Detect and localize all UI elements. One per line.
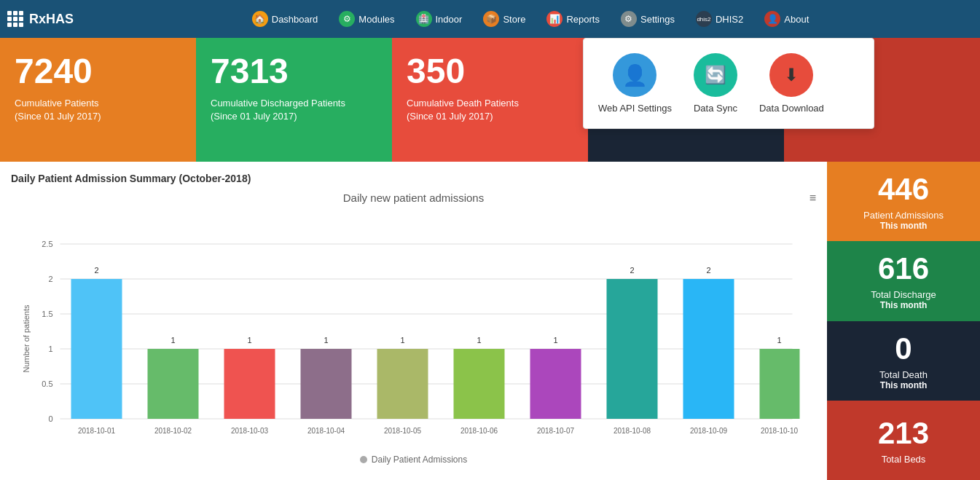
admissions-sub: This month [880,221,928,231]
admissions-value: 446 [878,172,929,207]
bar-1 [71,279,122,419]
web-api-label: Web API Settings [598,103,672,114]
nav-settings[interactable]: ⚙ Settings [612,7,683,31]
svg-text:2018-10-09: 2018-10-09 [690,427,728,435]
nav-indoor-label: Indoor [436,14,463,25]
nav-modules[interactable]: ⚙ Modules [330,7,403,31]
bar-2 [148,349,199,419]
nav-dashboard[interactable]: 🏠 Dashboard [243,7,327,31]
discharge-label: Total Discharge [871,289,936,300]
chart-menu-icon[interactable]: ≡ [810,192,816,205]
summary-card-patients: 7240 Cumulative Patients(Since 01 July 2… [0,38,196,162]
right-card-admissions: 446 Patient Admissions This month [827,162,980,241]
beds-value: 213 [878,416,929,451]
legend-label: Daily Patient Admissions [372,455,467,465]
svg-text:1: 1 [477,336,481,345]
svg-text:1: 1 [777,336,781,345]
nav-brand: RxHAS [7,11,74,27]
svg-text:2018-10-05: 2018-10-05 [384,427,422,435]
svg-text:0.5: 0.5 [42,379,52,388]
bar-9 [683,279,734,419]
svg-text:1: 1 [400,336,404,345]
bar-3 [224,349,275,419]
web-api-icon: 👤 [613,53,656,97]
cumulative-discharged-label: Cumulative Discharged Patients(Since 01 … [211,97,377,123]
nav-dhis2[interactable]: dhis2 DHIS2 [687,7,752,31]
settings-dropdown: 👤 Web API Settings 🔄 Data Sync ⬇ Data Do… [583,38,874,129]
nav-indoor[interactable]: 🏥 Indoor [407,7,471,31]
bar-6 [454,349,505,419]
summary-card-death: 350 Cumulative Death Patients(Since 01 J… [392,38,588,162]
nav-store[interactable]: 📦 Store [474,7,534,31]
svg-text:2018-10-06: 2018-10-06 [460,427,498,435]
svg-text:2: 2 [706,266,710,275]
indoor-icon: 🏥 [416,11,432,27]
svg-text:Number of patients: Number of patients [22,304,31,372]
nav-reports[interactable]: 📊 Reports [538,7,608,31]
chart-header: Daily new patient admissions ≡ [11,192,816,204]
chart-title: Daily new patient admissions [343,192,484,204]
svg-text:1: 1 [48,345,52,353]
beds-label: Total Beds [882,454,926,465]
data-download-item[interactable]: ⬇ Data Download [759,53,824,114]
reports-icon: 📊 [546,11,562,27]
nav-about[interactable]: 👤 About [756,7,818,31]
navbar: RxHAS 🏠 Dashboard ⚙ Modules 🏥 Indoor 📦 S… [0,0,980,38]
data-sync-item[interactable]: 🔄 Data Sync [694,53,737,114]
data-sync-label: Data Sync [694,103,737,114]
discharge-sub: This month [880,300,928,310]
settings-icon: ⚙ [621,11,637,27]
nav-modules-label: Modules [358,14,394,25]
svg-text:1: 1 [324,336,328,345]
cumulative-death-label: Cumulative Death Patients(Since 01 July … [407,97,573,123]
bar-7 [530,349,581,419]
right-card-beds: 213 Total Beds [827,401,980,480]
nav-dashboard-label: Dashboard [272,14,318,25]
svg-text:1: 1 [170,336,175,345]
svg-text:2018-10-04: 2018-10-04 [307,427,345,435]
discharge-value: 616 [878,251,929,286]
store-icon: 📦 [483,11,499,27]
svg-text:2018-10-08: 2018-10-08 [614,427,651,435]
chart-section-title: Daily Patient Admission Summary (October… [11,173,816,184]
svg-text:0: 0 [48,414,52,423]
data-download-icon: ⬇ [769,53,813,97]
svg-text:2: 2 [630,266,634,275]
svg-text:2018-10-01: 2018-10-01 [78,427,116,435]
modules-icon: ⚙ [339,11,355,27]
web-api-settings-item[interactable]: 👤 Web API Settings [598,53,672,114]
bar-4 [301,349,352,419]
chart-legend: Daily Patient Admissions [11,455,816,465]
nav-reports-label: Reports [566,14,600,25]
bar-8 [607,279,658,419]
cumulative-patients-value: 7240 [15,52,181,91]
right-panel: 446 Patient Admissions This month 616 To… [827,162,980,480]
data-download-label: Data Download [759,103,824,114]
cumulative-patients-label: Cumulative Patients(Since 01 July 2017) [15,97,181,123]
cumulative-death-value: 350 [407,52,573,91]
svg-text:2018-10-03: 2018-10-03 [231,427,269,435]
death-value: 0 [895,331,912,366]
svg-text:1.5: 1.5 [42,310,52,318]
right-card-discharge: 616 Total Discharge This month [827,241,980,320]
bar-10 [760,349,800,419]
summary-card-discharged: 7313 Cumulative Discharged Patients(Sinc… [196,38,392,162]
svg-text:2018-10-10: 2018-10-10 [761,427,799,435]
bar-chart: 2.5 2 1.5 1 0.5 0 Number of patients 2 1… [11,208,816,448]
dashboard-icon: 🏠 [252,11,268,27]
about-icon: 👤 [764,11,780,27]
cumulative-discharged-value: 7313 [211,52,377,91]
svg-text:2: 2 [48,275,52,283]
svg-text:2018-10-02: 2018-10-02 [154,427,192,435]
nav-dhis2-label: DHIS2 [716,14,743,25]
nav-store-label: Store [503,14,525,25]
bar-5 [377,349,428,419]
chart-container: Daily new patient admissions ≡ 2.5 2 1.5… [11,192,816,468]
nav-settings-label: Settings [640,14,675,25]
svg-text:1: 1 [553,336,557,345]
main-content: Daily Patient Admission Summary (October… [0,162,980,480]
death-label: Total Death [879,369,928,380]
grid-icon [7,11,23,27]
svg-text:2: 2 [94,266,98,275]
dhis2-icon: dhis2 [696,11,712,27]
